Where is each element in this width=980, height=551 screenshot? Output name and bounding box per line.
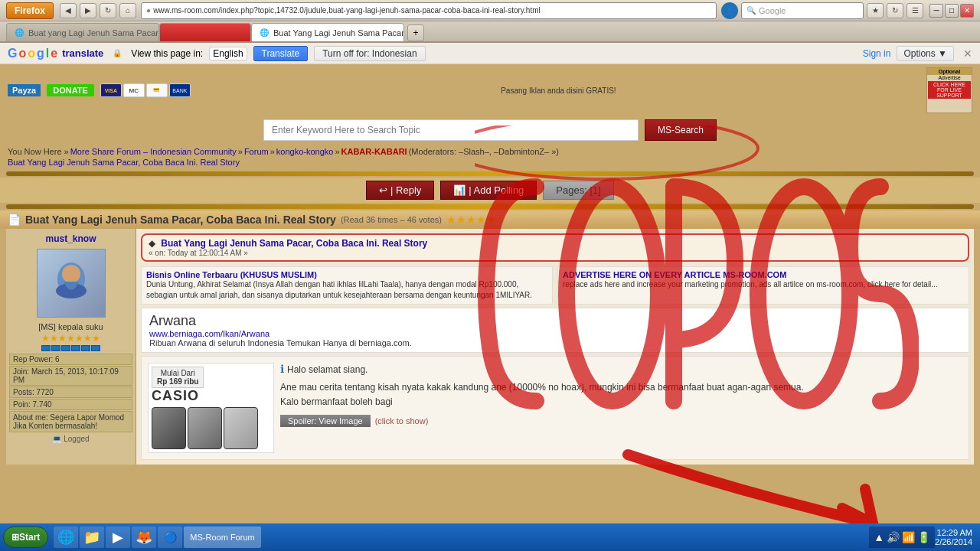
bar-1 xyxy=(41,345,51,351)
ie-button[interactable]: 🌐 xyxy=(54,527,78,548)
firefox-taskbar-button[interactable]: 🦊 xyxy=(132,527,156,548)
casio-header: Mulai Dari Rp 169 ribu xyxy=(152,367,270,388)
tab-2-label: Buat Yang Lagi Jenuh Sama Pacar, Co... xyxy=(273,28,404,37)
pages-button[interactable]: Pages: [1] xyxy=(543,181,614,200)
refresh-button[interactable]: ↻ xyxy=(887,3,903,18)
post-meta: « on: Today at 12:00:14 AM » xyxy=(149,249,962,257)
media-button[interactable]: ▶ xyxy=(106,527,130,548)
page-content: Payza DONATE VISA MC 💳 BANK Pasang Iklan… xyxy=(0,64,980,551)
person-icon: 👤 xyxy=(721,2,738,19)
new-tab-button[interactable]: + xyxy=(407,24,424,41)
payza-logo: Payza xyxy=(8,84,41,96)
arwana-url: www.berniaga.com/Ikan/Arwana xyxy=(149,329,961,338)
kabar-link[interactable]: KABAR-KABARI xyxy=(341,147,407,156)
breadcrumb: You Now Here » More Share Forum – Indone… xyxy=(0,144,980,170)
star-rating: ★★★★★ xyxy=(446,214,496,226)
chrome-taskbar-button[interactable]: 🔵 xyxy=(158,527,182,548)
tab-1[interactable]: 🌐 Buat yang Lagi Jenuh Sama Pacar, Co...… xyxy=(6,23,159,41)
volume-icon[interactable]: 🔊 xyxy=(887,531,900,543)
click-to-show: (click to show) xyxy=(375,416,429,425)
back-button[interactable]: ◀ xyxy=(60,3,77,18)
ad2-text: replace ads here and increase your marke… xyxy=(563,279,964,290)
user-rank: [MS] kepala suku xyxy=(9,321,132,333)
post-header: ◆ Buat Yang Lagi Jenuh Sama Pacar, Coba … xyxy=(141,233,969,262)
bar-3 xyxy=(61,345,70,351)
tab-1-favicon: 🌐 xyxy=(15,28,24,37)
forum-main: must_know [MS] kepala suku ★★★★★★★ xyxy=(6,229,974,465)
read-count: (Read 36 times – 46 votes) xyxy=(341,215,442,224)
post-text-2: Ane mau cerita tentang kisah nyata kakak… xyxy=(280,380,962,395)
info-icon: ℹ xyxy=(280,363,284,375)
reply-button[interactable]: ↩ | Reply xyxy=(366,181,434,200)
ad-text-right: Pasang Iklan anda disini GRATIS! xyxy=(501,86,616,95)
topic-link[interactable]: Buat Yang Lagi Jenuh Sama Pacar, Coba Ba… xyxy=(8,158,972,167)
minimize-button[interactable]: ─ xyxy=(929,4,943,18)
bar-2 xyxy=(51,345,60,351)
tab-2-highlight xyxy=(159,23,251,41)
tab-2[interactable]: 🌐 Buat Yang Lagi Jenuh Sama Pacar, Co...… xyxy=(251,23,404,41)
user-avatar-area xyxy=(9,246,132,321)
forward-button[interactable]: ▶ xyxy=(80,3,96,18)
breadcrumb-sep3: » xyxy=(335,147,339,156)
task-active[interactable]: MS-Room Forum xyxy=(184,527,260,548)
reload-button[interactable]: ↻ xyxy=(100,3,116,18)
sign-in-link[interactable]: Sign in xyxy=(863,48,891,59)
watch-3 xyxy=(224,407,258,449)
ad2-title[interactable]: ADVERTISE HERE ON EVERY ARTICLE MS-ROOM.… xyxy=(563,270,786,279)
ad1-title[interactable]: Bisnis Online Terbaaru (KHUSUS MUSLIM) xyxy=(146,270,317,279)
topic-title-bar: 📄 Buat Yang Lagi Jenuh Sama Pacar, Coba … xyxy=(0,210,980,229)
language-selector[interactable]: English xyxy=(209,47,247,60)
spoiler-bar: Spoiler: View Image (click to show) xyxy=(280,415,962,427)
arwana-title: Arwana xyxy=(149,313,961,329)
search-input[interactable] xyxy=(263,119,639,141)
close-button[interactable]: ✕ xyxy=(960,4,974,18)
post-text-1: Halo selamat siang. xyxy=(287,363,368,377)
home-button[interactable]: ⌂ xyxy=(119,3,136,18)
casio-watches xyxy=(152,407,270,449)
arwana-ad[interactable]: Arwana www.berniaga.com/Ikan/Arwana Ribu… xyxy=(141,308,969,353)
bookmark-button[interactable]: ★ xyxy=(867,3,884,18)
moderators-text: (Moderators: –Slash–, –DabmintonZ– ») xyxy=(409,147,559,156)
start-button[interactable]: ⊞ Start xyxy=(3,527,48,548)
firefox-button[interactable]: Firefox xyxy=(6,2,54,19)
more-share-link[interactable]: More Share Forum – Indonesian Community xyxy=(70,147,237,156)
topic-icon: 📄 xyxy=(8,214,21,226)
options-button[interactable]: Options ▼ xyxy=(897,46,954,61)
post-text-3: Kalo bermanfaat boleh bagi xyxy=(280,395,962,409)
card-icons: VISA MC 💳 BANK xyxy=(100,83,191,97)
search-icon: 🔍 xyxy=(746,6,756,15)
tab-bar: 🌐 Buat yang Lagi Jenuh Sama Pacar, Co...… xyxy=(0,21,980,43)
forum-link[interactable]: Forum xyxy=(244,147,269,156)
menu-button[interactable]: ☰ xyxy=(906,3,923,18)
kongko-link[interactable]: kongko-kongko xyxy=(276,147,334,156)
casio-ad[interactable]: Mulai Dari Rp 169 ribu CASIO xyxy=(148,363,274,453)
translate-close-button[interactable]: ✕ xyxy=(963,47,972,60)
network-icon[interactable]: 📶 xyxy=(902,531,915,543)
username[interactable]: must_know xyxy=(9,232,132,246)
svg-point-1 xyxy=(62,265,80,283)
forum-border xyxy=(6,171,974,176)
explorer-button[interactable]: 📁 xyxy=(80,527,104,548)
paypal-icon: 💳 xyxy=(146,83,168,97)
spoiler-button[interactable]: Spoiler: View Image xyxy=(280,415,371,427)
translate-button[interactable]: Translate xyxy=(253,46,309,61)
maximize-button[interactable]: □ xyxy=(945,4,959,18)
address-bar[interactable]: ● www.ms-room.com/index.php?topic,14732.… xyxy=(141,2,717,19)
search-submit-button[interactable]: MS-Search xyxy=(645,119,717,141)
bank-icon: BANK xyxy=(169,83,191,97)
windows-icon: ⊞ xyxy=(11,532,19,543)
donate-button[interactable]: DONATE xyxy=(47,84,94,96)
taskbar-clock: 12:29 AM 2/26/2014 xyxy=(935,528,972,546)
ad-box-2: ADVERTISE HERE ON EVERY ARTICLE MS-ROOM.… xyxy=(557,266,969,305)
rep-power: Rep Power: 6 xyxy=(9,354,132,365)
post-title-link[interactable]: Buat Yang Lagi Jenuh Sama Pacar, Coba Ba… xyxy=(161,238,427,249)
breadcrumb-sep1: » xyxy=(238,147,243,156)
posts-count: Posts: 7720 xyxy=(9,386,132,398)
search-bar[interactable]: 🔍 Google xyxy=(741,2,864,19)
turnoff-button[interactable]: Turn off for: Indonesian xyxy=(314,46,425,61)
bar-5 xyxy=(81,345,90,351)
user-panel: must_know [MS] kepala suku ★★★★★★★ xyxy=(6,229,136,465)
tab-2-favicon: 🌐 xyxy=(260,28,269,37)
add-polling-button[interactable]: 📊 | Add Polling xyxy=(440,181,537,200)
top-area: Payza DONATE VISA MC 💳 BANK Pasang Iklan… xyxy=(0,64,980,116)
